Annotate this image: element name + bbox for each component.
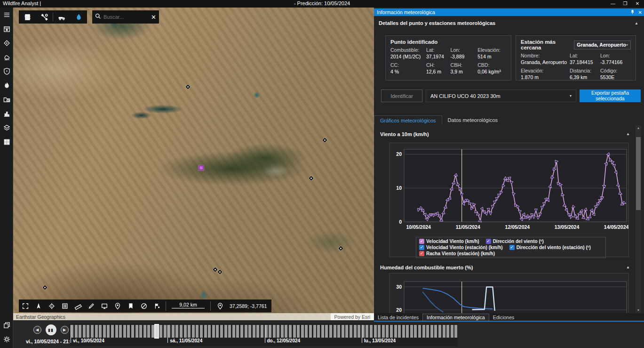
- timeline-hour-cell[interactable]: [398, 325, 401, 338]
- timeline-hour-cell[interactable]: [434, 325, 437, 338]
- timeline-hour-cell[interactable]: [325, 325, 328, 338]
- timeline-hour-cell[interactable]: [406, 325, 409, 338]
- timeline-hour-cell[interactable]: [289, 325, 292, 338]
- timeline-hour-cell[interactable]: [240, 325, 243, 338]
- export-tab-button[interactable]: Exportar pestaña seleccionada: [580, 89, 641, 102]
- scroll-down-icon[interactable]: ▼: [636, 308, 641, 313]
- timeline-hour-cell[interactable]: [196, 325, 199, 338]
- draw-icon[interactable]: [85, 299, 98, 312]
- timeline-hour-cell[interactable]: [123, 325, 126, 338]
- weather-station-marker[interactable]: [309, 176, 314, 181]
- wx-report-icon[interactable]: Wx: [19, 10, 36, 24]
- timeline-hour-cell[interactable]: [115, 325, 118, 338]
- calendar-icon[interactable]: [0, 22, 13, 36]
- clear-search-icon[interactable]: ✕: [151, 14, 156, 21]
- timeline-hour-cell[interactable]: [180, 325, 183, 338]
- humidity-section-header[interactable]: Humedad del combustible muerto (%): [380, 265, 473, 270]
- timeline-hour-cell[interactable]: [414, 325, 417, 338]
- timeline-hour-cell[interactable]: [366, 325, 368, 338]
- timeline-hour-cell[interactable]: [248, 325, 251, 338]
- water-drop-icon[interactable]: [70, 10, 87, 24]
- timeline-hour-cell[interactable]: [228, 325, 231, 338]
- timeline-hour-cell[interactable]: [418, 325, 421, 338]
- timeline-hour-cell[interactable]: [430, 325, 433, 338]
- timeline-hour-cell[interactable]: [253, 325, 255, 338]
- compass-icon[interactable]: [137, 299, 151, 312]
- timeline-hour-cell[interactable]: [216, 325, 219, 338]
- display-icon[interactable]: [98, 299, 111, 312]
- timeline-hour-cell[interactable]: [334, 325, 336, 338]
- data-folder-icon[interactable]: [0, 92, 13, 106]
- timeline-hour-cell[interactable]: [224, 325, 227, 338]
- dataset-dropdown[interactable]: AN CILIFO UCO 40 2023 30m ▾: [426, 89, 576, 102]
- timeline-hour-cell[interactable]: [382, 325, 385, 338]
- scroll-up-icon[interactable]: ▲: [636, 125, 641, 130]
- timeline-hour-cell[interactable]: [281, 325, 284, 338]
- step-forward-icon[interactable]: ▶: [61, 326, 69, 334]
- timeline-hour-cell[interactable]: [245, 325, 247, 338]
- timeline-hour-cell[interactable]: [297, 325, 300, 338]
- timeline-hour-cell[interactable]: [83, 325, 86, 338]
- timeline-hour-cell[interactable]: [200, 325, 203, 338]
- tab-datos-meteorol-gicos[interactable]: Datos meteorológicos: [442, 115, 503, 125]
- timeline-hour-cell[interactable]: [321, 325, 324, 338]
- timeline-hour-cell[interactable]: [151, 325, 154, 338]
- weather-icon[interactable]: [0, 50, 13, 64]
- timeline-hour-cell[interactable]: [147, 325, 150, 338]
- windows-icon[interactable]: [0, 318, 13, 332]
- timeline-hour-cell[interactable]: [75, 325, 78, 338]
- settings-icon[interactable]: [0, 332, 13, 346]
- timeline-hour-cell[interactable]: [111, 325, 114, 338]
- collapse-details-icon[interactable]: ▲: [635, 21, 638, 25]
- bookmark-icon[interactable]: [124, 299, 137, 312]
- weather-station-marker[interactable]: [218, 270, 223, 275]
- timeline-hour-cell[interactable]: [422, 325, 425, 338]
- timeline-hour-cell[interactable]: [301, 325, 304, 338]
- timeline-hour-cell[interactable]: [261, 325, 263, 338]
- flag-icon[interactable]: [151, 299, 164, 312]
- timeline-hour-cell[interactable]: [337, 325, 340, 338]
- timeline-hour-cell[interactable]: [232, 325, 235, 338]
- dock-tab-ediciones[interactable]: Ediciones: [489, 314, 518, 321]
- panel-close-icon[interactable]: ✕: [638, 10, 642, 15]
- fullscreen-icon[interactable]: [19, 299, 32, 312]
- collapse-wind-icon[interactable]: ▲: [626, 132, 630, 136]
- timeline-hour-cell[interactable]: [127, 325, 130, 338]
- timeline-hour-cell[interactable]: [443, 325, 445, 338]
- timeline-hour-cell[interactable]: [91, 325, 94, 338]
- timeline-hour-cell[interactable]: [204, 325, 207, 338]
- weather-station-marker[interactable]: [339, 246, 343, 251]
- satellite-icon[interactable]: [36, 10, 53, 24]
- timeline-hour-cell[interactable]: [107, 325, 110, 338]
- weather-station-marker[interactable]: [186, 85, 191, 89]
- timeline-hour-cell[interactable]: [172, 325, 175, 338]
- fire-icon[interactable]: [0, 78, 13, 92]
- timeline-hour-cell[interactable]: [159, 325, 162, 338]
- minimize-icon[interactable]: —: [607, 0, 619, 7]
- timeline-current-hour[interactable]: [155, 325, 158, 338]
- timeline-hour-cell[interactable]: [277, 325, 279, 338]
- timeline-hour-cell[interactable]: [342, 325, 344, 338]
- timeline-hour-cell[interactable]: [410, 325, 413, 338]
- timeline-hour-cell[interactable]: [135, 325, 138, 338]
- timeline-hour-cell[interactable]: [99, 325, 102, 338]
- timeline-hour-cell[interactable]: [454, 325, 457, 338]
- place-point-icon[interactable]: [111, 299, 124, 312]
- locate-icon[interactable]: [45, 299, 58, 312]
- timeline-hour-cell[interactable]: [220, 325, 223, 338]
- menu-icon[interactable]: [0, 8, 13, 22]
- timeline-hour-cell[interactable]: [358, 325, 360, 338]
- timeline-hour-cell[interactable]: [164, 325, 167, 338]
- timeline-strip[interactable]: vi., 10/05/2024sá., 11/05/2024do., 12/05…: [70, 324, 458, 346]
- timeline-hour-cell[interactable]: [370, 325, 373, 338]
- timeline-hour-cell[interactable]: [305, 325, 308, 338]
- timeline-hour-cell[interactable]: [309, 325, 312, 338]
- timeline-hour-cell[interactable]: [386, 325, 389, 338]
- timeline-hour-cell[interactable]: [208, 325, 211, 338]
- legend-checkbox-icon[interactable]: ✓: [486, 239, 491, 244]
- weather-station-marker[interactable]: [323, 138, 327, 143]
- legend-checkbox-icon[interactable]: ✓: [509, 245, 515, 250]
- restore-icon[interactable]: ❐: [620, 0, 631, 7]
- wind-section-header[interactable]: Viento a 10m (km/h): [380, 131, 429, 137]
- layers-icon[interactable]: [0, 121, 13, 135]
